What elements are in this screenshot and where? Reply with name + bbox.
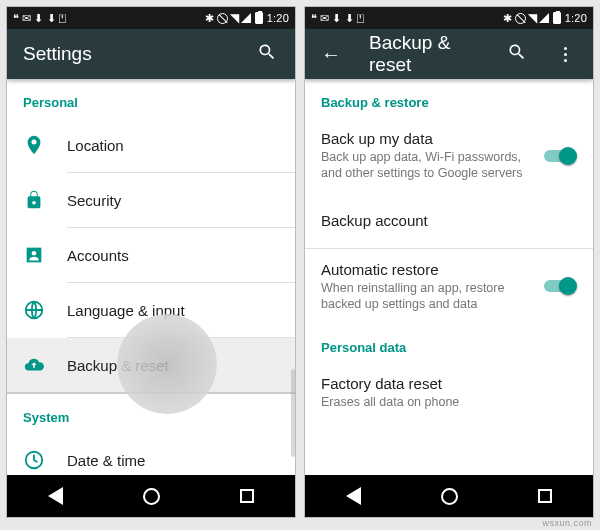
section-header-backup: Backup & restore [305, 79, 593, 118]
row-backup-account[interactable]: Backup account [305, 194, 593, 248]
no-sim-icon [217, 13, 228, 24]
row-label: Date & time [67, 452, 271, 469]
nav-home-button[interactable] [439, 486, 459, 506]
appbar-backup: ← Backup & reset [305, 29, 593, 79]
nav-bar [7, 475, 295, 517]
row-label: Automatic restore [321, 261, 533, 278]
row-label: Accounts [67, 247, 271, 264]
download-icon: ⬇ [34, 12, 43, 25]
nav-recent-button[interactable] [237, 486, 257, 506]
download-icon: ⬇ [332, 12, 341, 25]
row-factory-reset[interactable]: Factory data reset Erases all data on ph… [305, 363, 593, 422]
location-icon [23, 134, 45, 156]
globe-icon [23, 299, 45, 321]
row-backup-reset[interactable]: Backup & reset [7, 338, 295, 392]
status-clock: 1:20 [267, 12, 289, 24]
back-button[interactable]: ← [321, 43, 345, 66]
gmail-icon: ✉ [22, 12, 31, 25]
phone-settings: ❝ ✉ ⬇ ⬇ ⍞ ✱ ◥ 1:20 Settings Personal [6, 6, 296, 518]
battery-icon [553, 12, 561, 24]
search-button[interactable] [505, 42, 529, 66]
translate-icon: ⍞ [59, 12, 66, 24]
status-clock: 1:20 [565, 12, 587, 24]
row-date-time[interactable]: Date & time [7, 433, 295, 475]
hangouts-icon: ❝ [311, 12, 317, 25]
page-title: Backup & reset [369, 32, 481, 76]
phone-backup-reset: ❝ ✉ ⬇ ⬇ ⍞ ✱ ◥ 1:20 ← Backup & reset [304, 6, 594, 518]
bluetooth-icon: ✱ [205, 12, 214, 25]
row-subtitle: When reinstalling an app, restore backed… [321, 280, 533, 313]
toggle-backup-my-data[interactable] [541, 146, 577, 166]
row-location[interactable]: Location [7, 118, 295, 172]
backup-list: Backup & restore Back up my data Back up… [305, 79, 593, 475]
overflow-menu-button[interactable] [553, 47, 577, 62]
page-title: Settings [23, 43, 231, 65]
bluetooth-icon: ✱ [503, 12, 512, 25]
appbar-settings: Settings [7, 29, 295, 79]
row-label: Back up my data [321, 130, 533, 147]
signal-icon [539, 13, 549, 23]
row-label: Security [67, 192, 271, 209]
row-backup-my-data[interactable]: Back up my data Back up app data, Wi-Fi … [305, 118, 593, 194]
settings-list: Personal Location Security Accounts Lang… [7, 79, 295, 475]
row-subtitle: Back up app data, Wi-Fi passwords, and o… [321, 149, 533, 182]
row-subtitle: Erases all data on phone [321, 394, 569, 410]
nav-back-button[interactable] [45, 486, 65, 506]
search-button[interactable] [255, 42, 279, 66]
no-sim-icon [515, 13, 526, 24]
nav-home-button[interactable] [141, 486, 161, 506]
row-security[interactable]: Security [7, 173, 295, 227]
watermark: wsxun.com [542, 518, 592, 528]
row-label: Backup account [321, 212, 569, 229]
download-icon: ⬇ [47, 12, 56, 25]
svg-point-0 [32, 251, 37, 256]
section-header-personal-data: Personal data [305, 324, 593, 363]
nav-bar [305, 475, 593, 517]
lock-icon [23, 189, 45, 211]
hangouts-icon: ❝ [13, 12, 19, 25]
section-header-system: System [7, 394, 295, 433]
wifi-icon: ◥ [230, 12, 239, 24]
nav-back-button[interactable] [343, 486, 363, 506]
battery-icon [255, 12, 263, 24]
translate-icon: ⍞ [357, 12, 364, 24]
download-icon: ⬇ [345, 12, 354, 25]
row-automatic-restore[interactable]: Automatic restore When reinstalling an a… [305, 249, 593, 325]
section-header-personal: Personal [7, 79, 295, 118]
cloud-up-icon [23, 354, 45, 376]
clock-icon [23, 449, 45, 471]
row-language[interactable]: Language & input [7, 283, 295, 337]
account-icon [23, 244, 45, 266]
signal-icon [241, 13, 251, 23]
gmail-icon: ✉ [320, 12, 329, 25]
scrollbar[interactable] [291, 369, 295, 457]
row-accounts[interactable]: Accounts [7, 228, 295, 282]
status-bar: ❝ ✉ ⬇ ⬇ ⍞ ✱ ◥ 1:20 [7, 7, 295, 29]
nav-recent-button[interactable] [535, 486, 555, 506]
wifi-icon: ◥ [528, 12, 537, 24]
row-label: Location [67, 137, 271, 154]
row-label: Backup & reset [67, 357, 271, 374]
row-label: Language & input [67, 302, 271, 319]
status-bar: ❝ ✉ ⬇ ⬇ ⍞ ✱ ◥ 1:20 [305, 7, 593, 29]
toggle-automatic-restore[interactable] [541, 276, 577, 296]
row-label: Factory data reset [321, 375, 569, 392]
